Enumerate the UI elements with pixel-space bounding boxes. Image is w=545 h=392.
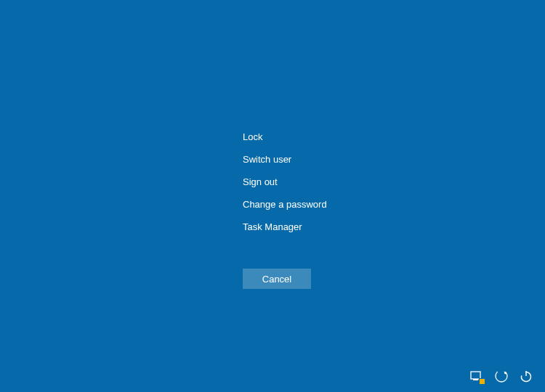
network-warning-badge	[479, 378, 485, 385]
menu-item-change-password[interactable]: Change a password	[243, 194, 327, 216]
security-options-menu: Lock Switch user Sign out Change a passw…	[243, 126, 327, 238]
svg-rect-1	[473, 379, 478, 380]
menu-item-task-manager[interactable]: Task Manager	[243, 216, 327, 239]
svg-point-2	[494, 369, 509, 383]
menu-item-switch-user[interactable]: Switch user	[243, 149, 327, 171]
ease-of-access-icon[interactable]	[494, 369, 509, 383]
power-icon[interactable]	[519, 369, 533, 383]
menu-item-sign-out[interactable]: Sign out	[243, 171, 327, 194]
menu-item-lock[interactable]: Lock	[243, 126, 327, 149]
cancel-button[interactable]: Cancel	[243, 269, 311, 289]
system-tray	[469, 369, 533, 383]
network-icon[interactable]	[469, 369, 484, 383]
